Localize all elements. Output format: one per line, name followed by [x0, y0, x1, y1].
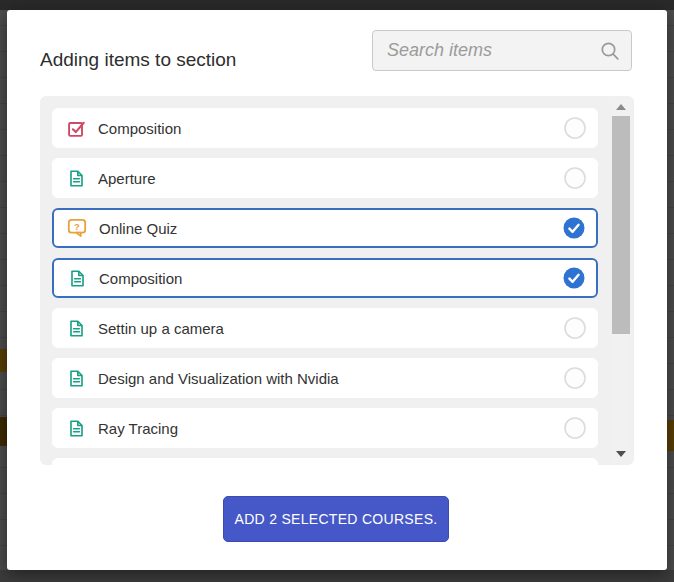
- add-selected-courses-button[interactable]: ADD 2 SELECTED COURSES.: [223, 496, 449, 542]
- search-input[interactable]: [373, 31, 631, 70]
- list-item-title: Composition: [99, 270, 563, 287]
- modal-title: Adding items to section: [40, 49, 236, 71]
- document-icon: [66, 168, 86, 188]
- list-item[interactable]: Ray Tracing: [52, 408, 598, 448]
- backdrop-top-strip: [0, 0, 674, 10]
- search-box: [372, 30, 632, 71]
- unselected-radio-icon[interactable]: [564, 167, 586, 189]
- exam-checkbox-icon: [66, 118, 86, 138]
- document-icon: [66, 368, 86, 388]
- list-item-title: Online Quiz: [99, 220, 563, 237]
- list-scrollbar[interactable]: [612, 100, 630, 461]
- add-items-modal: Adding items to section Composition Aper…: [7, 10, 667, 570]
- document-icon: [66, 318, 86, 338]
- svg-text:?: ?: [74, 221, 80, 232]
- list-item-title: Settin up a camera: [98, 320, 564, 337]
- scroll-up-icon[interactable]: [612, 100, 630, 114]
- background-row-highlight: [0, 417, 7, 446]
- scroll-down-icon[interactable]: [612, 447, 630, 461]
- scrollbar-thumb[interactable]: [612, 116, 630, 334]
- background-row-highlight: [667, 420, 674, 451]
- list-item[interactable]: Aperture: [52, 158, 598, 198]
- items-list: Composition Aperture ? Online Quiz Compo…: [40, 96, 634, 465]
- list-item[interactable]: Composition: [52, 108, 598, 148]
- list-item-title: Ray Tracing: [98, 420, 564, 437]
- list-item[interactable]: ? Online Quiz: [52, 208, 598, 248]
- list-item[interactable]: Composition: [52, 258, 598, 298]
- unselected-radio-icon[interactable]: [564, 417, 586, 439]
- selected-check-icon[interactable]: [563, 217, 585, 239]
- document-icon: [67, 268, 87, 288]
- selected-check-icon[interactable]: [563, 267, 585, 289]
- list-item-title: Composition: [98, 120, 564, 137]
- list-item-title: Design and Visualization with Nvidia: [98, 370, 564, 387]
- background-row-highlight: [0, 349, 7, 372]
- list-item[interactable]: Settin up a camera: [52, 308, 598, 348]
- items-rows: Composition Aperture ? Online Quiz Compo…: [40, 96, 634, 465]
- quiz-bubble-icon: ?: [67, 218, 87, 238]
- unselected-radio-icon[interactable]: [564, 367, 586, 389]
- unselected-radio-icon[interactable]: [564, 117, 586, 139]
- unselected-radio-icon[interactable]: [564, 317, 586, 339]
- document-icon: [66, 418, 86, 438]
- list-item[interactable]: [52, 458, 598, 465]
- list-item-title: Aperture: [98, 170, 564, 187]
- backdrop-bottom-strip: [0, 570, 674, 582]
- list-item[interactable]: Design and Visualization with Nvidia: [52, 358, 598, 398]
